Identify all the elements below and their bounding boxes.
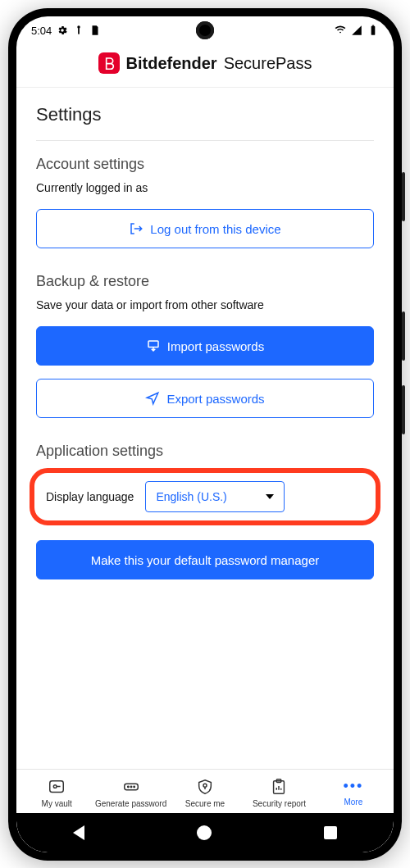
screen: 5:04 Bitdefender SecurePass Settings: [16, 16, 394, 852]
front-camera: [196, 21, 214, 39]
status-right: [335, 25, 379, 36]
language-row-highlight: Display language English (U.S.): [30, 468, 380, 525]
svg-rect-2: [371, 26, 376, 35]
svg-point-10: [134, 786, 134, 787]
export-icon: [145, 391, 160, 406]
svg-rect-3: [372, 25, 374, 26]
logout-icon: [129, 221, 144, 236]
more-dots-icon: •••: [343, 778, 363, 794]
bottom-tab-bar: My vault Generate password Secure me Sec…: [16, 769, 394, 813]
tab-generate-label: Generate password: [95, 799, 166, 808]
divider: [36, 140, 374, 141]
android-home-button[interactable]: [197, 825, 212, 840]
svg-point-11: [203, 784, 207, 787]
report-icon: [268, 778, 289, 796]
brand-name: Bitdefender: [126, 54, 217, 73]
display-language-select[interactable]: English (U.S.): [145, 481, 285, 512]
application-settings-heading: Application settings: [36, 443, 374, 460]
logout-button[interactable]: Log out from this device: [36, 209, 374, 248]
import-icon: [146, 339, 161, 353]
android-nav-bar: [16, 813, 394, 852]
vault-icon: [46, 778, 67, 796]
display-language-label: Display language: [46, 490, 134, 503]
bitdefender-logo-icon: [98, 52, 120, 74]
cell-signal-icon: [351, 25, 362, 36]
generate-icon: [121, 778, 142, 796]
key-icon: [73, 25, 84, 36]
svg-rect-4: [148, 341, 158, 348]
tab-generate-password[interactable]: Generate password: [93, 778, 167, 808]
settings-content: Settings Account settings Currently logg…: [16, 88, 394, 769]
android-recent-button[interactable]: [324, 826, 337, 839]
tab-security-report[interactable]: Security report: [242, 778, 316, 808]
tab-secure-label: Secure me: [185, 799, 225, 808]
export-button-label: Export passwords: [166, 392, 264, 406]
import-passwords-button[interactable]: Import passwords: [36, 326, 374, 366]
export-passwords-button[interactable]: Export passwords: [36, 379, 374, 418]
logged-in-as-label: Currently logged in as: [36, 181, 374, 194]
tab-more[interactable]: ••• More: [317, 778, 390, 807]
android-back-button[interactable]: [73, 825, 84, 840]
tab-report-label: Security report: [253, 799, 306, 808]
status-time: 5:04: [31, 25, 52, 37]
import-button-label: Import passwords: [167, 339, 264, 353]
gear-icon: [57, 25, 68, 36]
tab-secure-me[interactable]: Secure me: [168, 778, 242, 808]
tab-more-label: More: [344, 798, 362, 807]
app-header: Bitdefender SecurePass: [16, 44, 394, 88]
page-title: Settings: [36, 104, 374, 125]
sd-icon: [89, 25, 101, 36]
backup-restore-subtitle: Save your data or import from other soft…: [36, 298, 374, 311]
display-language-value: English (U.S.): [156, 490, 226, 503]
svg-point-9: [130, 786, 131, 787]
make-default-pm-button[interactable]: Make this your default password manager: [36, 540, 374, 579]
chevron-down-icon: [266, 494, 274, 499]
svg-point-6: [54, 785, 57, 788]
svg-rect-1: [78, 28, 80, 34]
shield-icon: [194, 778, 216, 796]
account-settings-heading: Account settings: [36, 156, 374, 173]
tab-my-vault-label: My vault: [42, 799, 72, 808]
product-name: SecurePass: [224, 54, 312, 73]
make-default-pm-label: Make this your default password manager: [91, 553, 319, 567]
status-left: 5:04: [31, 25, 101, 37]
battery-icon: [367, 25, 379, 36]
backup-restore-heading: Backup & restore: [36, 273, 374, 290]
svg-point-8: [127, 786, 128, 787]
wifi-icon: [335, 25, 346, 36]
logout-button-label: Log out from this device: [150, 222, 280, 236]
phone-frame: 5:04 Bitdefender SecurePass Settings: [8, 8, 402, 861]
tab-my-vault[interactable]: My vault: [20, 778, 93, 808]
